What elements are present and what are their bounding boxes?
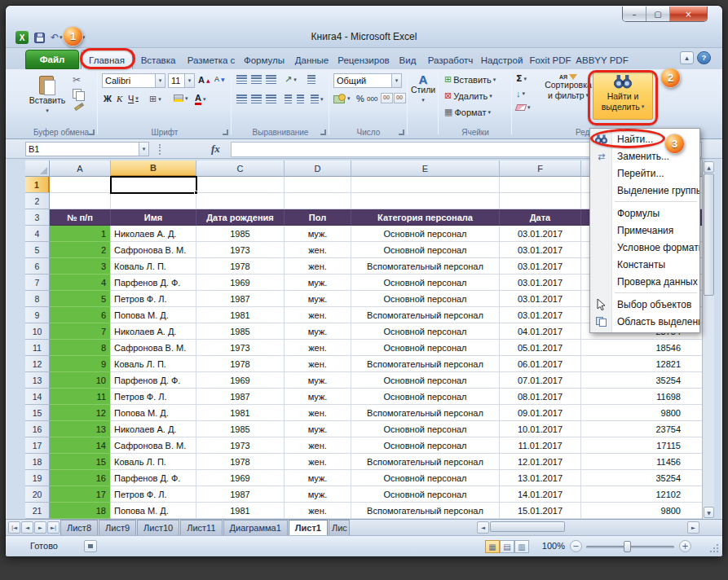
excel-app-icon[interactable]: X [15, 31, 29, 44]
last-sheet-button[interactable]: ►| [47, 521, 60, 534]
number-format-combo[interactable]: Общий▾ [333, 73, 402, 88]
cell-sum[interactable]: 12102 [581, 486, 702, 503]
cell-category[interactable]: Вспомогательный персонал [351, 405, 500, 421]
cell-gender[interactable]: жен. [285, 307, 351, 323]
sheet-tab-list8[interactable]: Лист8 [60, 520, 98, 535]
sheet-tab-list10[interactable]: Лист10 [137, 520, 179, 535]
cell-category[interactable]: Основной персонал [351, 340, 500, 356]
cell-date[interactable]: 03.01.2017 [500, 242, 581, 258]
orientation-button[interactable]: ↗▾ [285, 74, 297, 85]
italic-button[interactable]: К [117, 94, 122, 103]
cell-year[interactable]: 1978 [196, 258, 285, 275]
cell-num[interactable]: 9 [50, 356, 111, 372]
save-icon[interactable] [34, 33, 45, 43]
cell-num[interactable]: 16 [50, 470, 111, 486]
cell-category[interactable]: Основной персонал [351, 242, 500, 258]
cell-year[interactable]: 1981 [196, 307, 285, 323]
cell-category[interactable]: Вспомогательный персонал [351, 454, 500, 470]
cell-date[interactable]: 08.01.2017 [500, 389, 581, 405]
cell-category[interactable]: Основной персонал [351, 470, 500, 486]
cell-year[interactable]: 1981 [196, 503, 285, 519]
cell-gender[interactable]: жен. [285, 503, 351, 519]
column-header-d[interactable]: D [285, 160, 351, 177]
cell-year[interactable]: 1969 [196, 470, 285, 486]
cell-num[interactable]: 18 [50, 503, 111, 519]
formula-bar-splitter[interactable] [159, 144, 161, 155]
menu-item-formulas[interactable]: Формулы [590, 204, 699, 222]
hscroll-right-button[interactable]: ► [687, 521, 699, 534]
header-cell-gender[interactable]: Пол [285, 209, 351, 226]
vertical-scroll-thumb[interactable] [704, 174, 714, 296]
cell-name[interactable]: Парфенов Д. Ф. [111, 275, 196, 291]
cell-date[interactable]: 11.01.2017 [500, 437, 581, 454]
horizontal-scroll-thumb[interactable] [490, 521, 565, 532]
cell-date[interactable]: 04.01.2017 [500, 323, 581, 340]
cell-sum[interactable]: 12821 [581, 356, 702, 372]
cell-date[interactable]: 14.01.2017 [500, 486, 581, 503]
cell-category[interactable]: Основной персонал [351, 226, 500, 242]
cell-category[interactable]: Вспомогательный персонал [351, 307, 500, 323]
autosum-button[interactable]: Σ▾ [516, 73, 527, 84]
cell-category[interactable]: Основной персонал [351, 437, 500, 454]
cell[interactable] [351, 193, 500, 209]
select-all-corner[interactable] [25, 160, 50, 177]
menu-item-replace[interactable]: ⇄ Заменить... [590, 147, 699, 165]
cell-name[interactable]: Сафронова В. М. [111, 242, 196, 258]
cell-category[interactable]: Вспомогательный персонал [351, 503, 500, 519]
cell-category[interactable]: Основной персонал [351, 421, 500, 437]
underline-button[interactable]: Ч▾ [128, 94, 139, 103]
row-header[interactable]: 17 [25, 437, 50, 454]
align-right-button[interactable] [266, 94, 276, 103]
cell-date[interactable]: 03.01.2017 [500, 291, 581, 307]
font-dialog-launcher[interactable] [223, 130, 228, 135]
cell-category[interactable]: Основной персонал [351, 275, 500, 291]
insert-cells-button[interactable]: ⊞Вставить▾ [444, 74, 496, 85]
cell-name[interactable]: Петров Ф. Л. [111, 389, 196, 405]
cell-name[interactable]: Коваль Л. П. [111, 356, 196, 372]
tab-page-layout[interactable]: Разметка с [183, 51, 239, 69]
cell-name[interactable]: Петров Ф. Л. [111, 291, 196, 307]
row-header[interactable]: 20 [25, 486, 50, 503]
header-cell-birth[interactable]: Дата рождения [196, 209, 285, 226]
cell-sum[interactable]: 11456 [581, 454, 702, 470]
cell-name[interactable]: Николаев А. Д. [111, 323, 196, 340]
sort-filter-button[interactable]: АЯ Сортировка и фильтр▾ [545, 71, 591, 120]
cell-category[interactable]: Основной персонал [351, 323, 500, 340]
cell-category[interactable]: Основной персонал [351, 291, 500, 307]
cell-year[interactable]: 1987 [196, 291, 285, 307]
macro-record-button[interactable] [84, 540, 97, 552]
cell-num[interactable]: 4 [50, 275, 111, 291]
row-header[interactable]: 16 [25, 421, 50, 437]
cell[interactable] [500, 193, 581, 209]
cell-date[interactable]: 03.01.2017 [500, 226, 581, 242]
cell-name[interactable]: Петров Ф. Л. [111, 486, 196, 503]
format-cells-button[interactable]: ▦Формат▾ [444, 107, 491, 117]
cell-year[interactable]: 1978 [196, 356, 285, 372]
first-sheet-button[interactable]: |◄ [8, 521, 20, 534]
cell-year[interactable]: 1978 [196, 454, 285, 470]
cell-num[interactable]: 6 [50, 307, 111, 323]
cell-gender[interactable]: муж. [285, 372, 351, 389]
name-box[interactable]: B1▾ [25, 142, 149, 156]
cell-year[interactable]: 1987 [196, 389, 285, 405]
close-button[interactable]: × [670, 7, 707, 21]
cell-name[interactable]: Попова М. Д. [111, 503, 196, 519]
cell-num[interactable]: 8 [50, 340, 111, 356]
cell-date[interactable]: 05.01.2017 [500, 340, 581, 356]
wrap-text-button[interactable] [307, 75, 315, 84]
cell-year[interactable]: 1973 [196, 437, 285, 454]
row-header[interactable]: 2 [25, 193, 50, 209]
row-header[interactable]: 1 [25, 177, 50, 193]
cell-num[interactable]: 14 [50, 437, 111, 454]
cell-gender[interactable]: жен. [285, 242, 351, 258]
cell-date[interactable]: 10.01.2017 [500, 421, 581, 437]
align-left-button[interactable] [236, 94, 247, 103]
tab-insert[interactable]: Вставка [135, 51, 182, 69]
cell-date[interactable]: 06.01.2017 [500, 356, 581, 372]
row-header[interactable]: 18 [25, 454, 50, 470]
cell-gender[interactable]: муж. [285, 291, 351, 307]
cell-date[interactable]: 15.01.2017 [500, 503, 581, 519]
row-header[interactable]: 9 [25, 307, 50, 323]
view-normal-button[interactable]: ▦ [485, 540, 500, 553]
column-header-c[interactable]: C [196, 160, 285, 177]
